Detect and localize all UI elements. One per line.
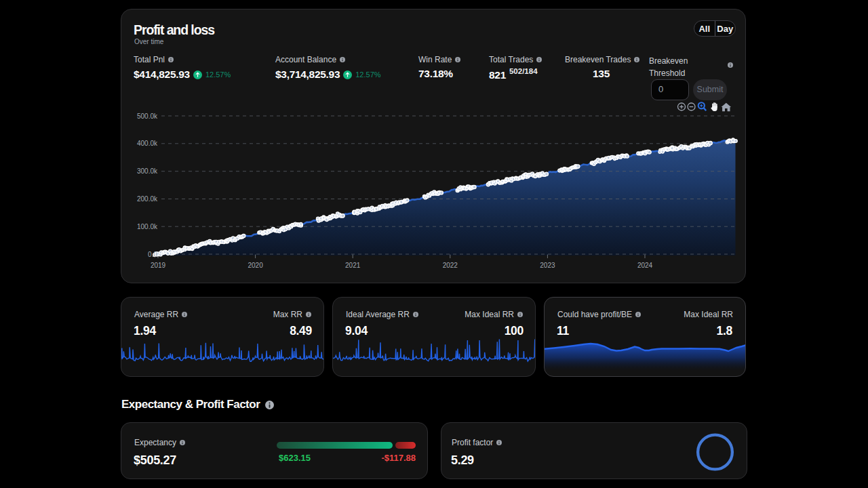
svg-text:400.0k: 400.0k [137,140,158,147]
svg-text:0.0: 0.0 [148,251,157,258]
svg-text:2021: 2021 [345,262,361,269]
svg-text:2019: 2019 [151,262,166,269]
svg-text:2023: 2023 [540,262,555,269]
svg-text:2022: 2022 [443,262,458,269]
svg-text:200.0k: 200.0k [137,195,158,203]
svg-text:500.0k: 500.0k [137,113,158,120]
svg-text:2020: 2020 [248,262,263,269]
svg-text:300.0k: 300.0k [137,167,158,175]
svg-text:2024: 2024 [637,262,653,269]
svg-text:100.0k: 100.0k [137,223,158,230]
